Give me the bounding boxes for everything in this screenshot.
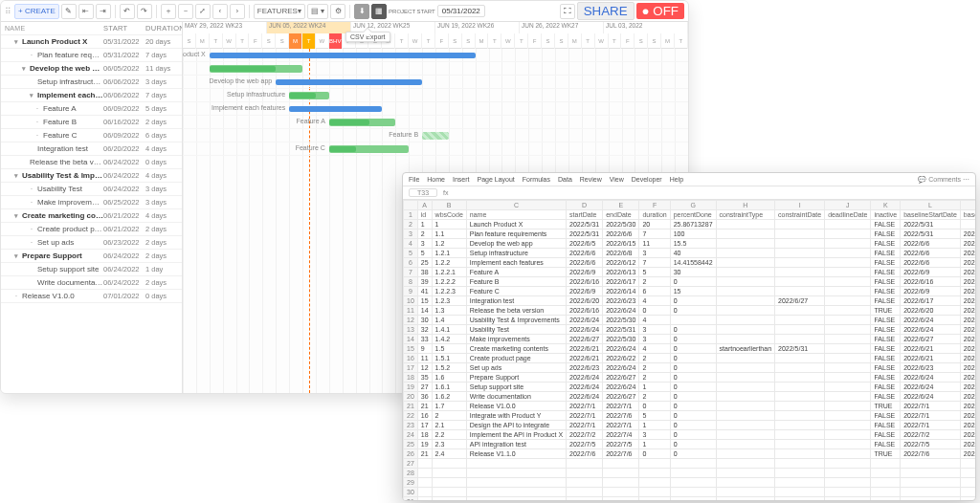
drag-handle-icon[interactable]: ⠿ <box>5 7 12 16</box>
cell[interactable]: 0 <box>670 440 716 449</box>
cell[interactable]: Usability Test <box>466 325 566 335</box>
cell[interactable]: 100 <box>670 230 716 239</box>
ribbon-tab[interactable]: Developer <box>632 176 662 183</box>
cell[interactable]: 2022/6/17 <box>960 277 975 287</box>
cell[interactable]: 2.3 <box>432 440 466 449</box>
ribbon-tab[interactable]: Page Layout <box>477 176 514 183</box>
cell[interactable]: 2022/6/23 <box>603 296 639 306</box>
tree-row[interactable]: ·Feature B06/16/20222 days <box>1 116 182 129</box>
cell[interactable]: 0 <box>639 402 670 411</box>
field-header[interactable]: id <box>417 210 432 220</box>
ribbon-tab[interactable]: File <box>409 176 419 183</box>
cell[interactable]: 11 <box>639 239 670 249</box>
cell[interactable]: 2022/6/24 <box>603 306 639 316</box>
cell[interactable] <box>775 249 825 258</box>
cell[interactable]: 2022/6/24 <box>567 392 603 402</box>
tree-row[interactable]: ▾Create marketing contents06/21/20224 da… <box>1 209 182 223</box>
cell[interactable]: 2022/6/15 <box>603 239 639 249</box>
cell[interactable] <box>775 392 825 402</box>
cell[interactable] <box>825 335 871 344</box>
ribbon-tab[interactable]: Help <box>670 176 683 183</box>
cell[interactable]: 1.5 <box>432 344 466 354</box>
cell[interactable]: 2022/6/23 <box>901 363 961 373</box>
tree-row[interactable]: ▾Usability Test & Improvemen06/24/20224 … <box>1 169 182 183</box>
cell[interactable] <box>775 430 825 440</box>
cell[interactable]: Implement the API in Product X <box>466 430 566 440</box>
cell[interactable]: 2022/6/24 <box>567 325 603 335</box>
cell[interactable] <box>716 316 774 325</box>
cell[interactable]: 0 <box>670 335 716 344</box>
cell[interactable]: 2022/5/31 <box>567 230 603 239</box>
cell[interactable]: 2022/6/16 <box>567 306 603 316</box>
cell[interactable]: 19 <box>417 440 432 449</box>
cell[interactable]: 17 <box>417 421 432 430</box>
cell[interactable]: 0 <box>670 430 716 440</box>
cell[interactable]: 2022/6/15 <box>960 287 975 296</box>
cell[interactable]: 2022/6/27 <box>603 392 639 402</box>
ribbon-tab[interactable]: Home <box>427 176 445 183</box>
cell[interactable] <box>825 421 871 430</box>
cell[interactable] <box>825 296 871 306</box>
cell[interactable]: 20 <box>639 220 670 230</box>
cell[interactable]: FALSE <box>871 220 901 230</box>
cell[interactable] <box>716 402 774 411</box>
cell[interactable]: 2022/6/24 <box>960 306 975 316</box>
cell[interactable] <box>716 277 774 287</box>
cell[interactable]: 4 <box>639 316 670 325</box>
cell[interactable] <box>716 354 774 363</box>
cell[interactable]: 5 <box>639 411 670 421</box>
cell[interactable] <box>716 220 774 230</box>
zoom-in-icon[interactable]: ＋ <box>161 4 176 19</box>
cell[interactable]: 2 <box>639 363 670 373</box>
cell[interactable] <box>825 411 871 421</box>
cell[interactable] <box>825 277 871 287</box>
cell[interactable]: FALSE <box>871 287 901 296</box>
cell[interactable]: 0 <box>670 363 716 373</box>
cell[interactable]: 2022/6/6 <box>567 249 603 258</box>
cell[interactable]: 2022/7/5 <box>603 440 639 449</box>
cell[interactable]: Plan feature requirements <box>466 230 566 239</box>
field-header[interactable]: baselineStartDate <box>901 210 961 220</box>
cell[interactable]: 2022/6/24 <box>960 363 975 373</box>
cell[interactable]: 2022/6/23 <box>960 296 975 306</box>
gantt-bar[interactable] <box>276 79 422 85</box>
cell[interactable] <box>825 268 871 277</box>
cell[interactable]: 1 <box>417 220 432 230</box>
cell[interactable] <box>775 354 825 363</box>
tree-row[interactable]: ·Create product page06/21/20222 days <box>1 223 182 236</box>
col-header[interactable] <box>404 201 418 210</box>
cell[interactable]: 2022/6/24 <box>567 383 603 392</box>
ribbon-tab[interactable]: Data <box>558 176 572 183</box>
field-header[interactable]: startDate <box>567 210 603 220</box>
cell[interactable]: 4 <box>639 344 670 354</box>
ribbon-tab[interactable]: View <box>610 176 624 183</box>
cell[interactable]: 1.6.1 <box>432 383 466 392</box>
cell[interactable]: Usability Test & Improvements <box>466 316 566 325</box>
cell[interactable]: 2022/6/6 <box>901 239 961 249</box>
cell[interactable] <box>775 306 825 316</box>
project-start-date[interactable]: 05/31/2022 <box>437 5 485 17</box>
cell[interactable]: Write documentation <box>466 392 566 402</box>
cell[interactable] <box>775 373 825 383</box>
cell[interactable]: 25 <box>417 258 432 268</box>
cell[interactable]: Release V1.0.0 <box>466 402 566 411</box>
cell[interactable]: 2.1 <box>432 421 466 430</box>
cell[interactable]: Integration test <box>466 296 566 306</box>
cell[interactable]: 2022/6/9 <box>567 268 603 277</box>
cell[interactable] <box>775 421 825 430</box>
cell[interactable]: 2022/7/1 <box>901 402 961 411</box>
cell[interactable] <box>716 230 774 239</box>
tree-row[interactable]: ·Make improvements06/25/20223 days <box>1 196 182 209</box>
cell[interactable] <box>716 306 774 316</box>
cell[interactable]: 1.2.2.1 <box>432 268 466 277</box>
cell[interactable]: 7 <box>639 258 670 268</box>
cell[interactable]: 0 <box>639 306 670 316</box>
cell[interactable]: FALSE <box>871 316 901 325</box>
cell[interactable]: 1.5.2 <box>432 363 466 373</box>
cell[interactable] <box>716 287 774 296</box>
cell[interactable]: 2 <box>417 230 432 239</box>
cell[interactable] <box>716 392 774 402</box>
cell[interactable]: API integration test <box>466 440 566 449</box>
cell[interactable] <box>825 383 871 392</box>
cell[interactable]: 2022/6/23 <box>567 363 603 373</box>
